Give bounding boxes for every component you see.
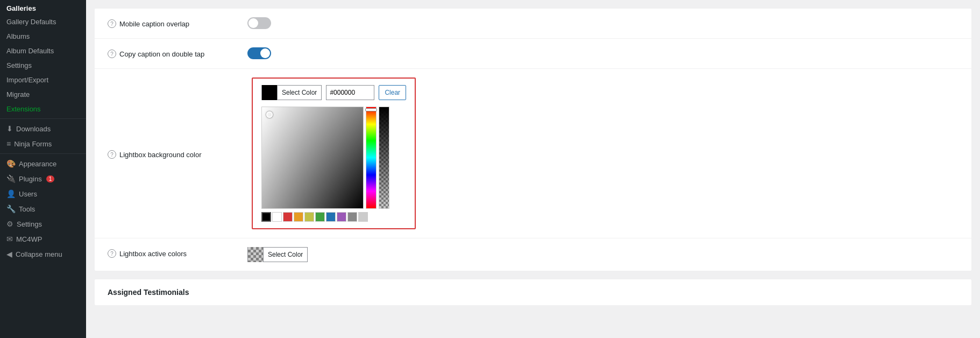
swatch-red[interactable]	[283, 212, 293, 222]
copy-caption-double-tap-label: ? Copy caption on double tap	[108, 47, 247, 58]
settings-panel: ? Mobile caption overlap ? Copy caption …	[95, 9, 971, 271]
mobile-caption-help-icon[interactable]: ?	[108, 19, 116, 28]
sidebar-item-extensions[interactable]: Extensions	[0, 102, 86, 116]
sidebar-item-label: Users	[19, 190, 37, 198]
color-hex-input[interactable]	[326, 85, 374, 100]
sidebar-item-label: Appearance	[19, 160, 56, 168]
color-header: Select Color Clear	[261, 85, 406, 100]
hue-thumb	[365, 108, 377, 111]
tools-icon: 🔧	[6, 205, 16, 213]
swatch-light-gray[interactable]	[358, 212, 368, 222]
sidebar-item-users[interactable]: 👤 Users	[0, 186, 86, 201]
select-color-button-bg[interactable]: Select Color	[261, 85, 322, 100]
appearance-icon: 🎨	[6, 159, 16, 168]
sidebar-item-label: Albums	[6, 32, 30, 40]
swatch-yellow[interactable]	[304, 212, 314, 222]
select-color-button-active[interactable]: Select Color	[247, 247, 308, 262]
mobile-caption-overlap-row: ? Mobile caption overlap	[95, 9, 971, 39]
sidebar-item-label: Collapse menu	[16, 250, 62, 258]
swatch-black[interactable]	[261, 212, 271, 222]
lightbox-bg-color-picker-section: Select Color Clear	[252, 78, 416, 229]
swatch-orange[interactable]	[294, 212, 303, 222]
plugins-icon: 🔌	[6, 174, 16, 183]
lightbox-active-colors-row: ? Lightbox active colors Select Color	[95, 238, 971, 271]
assigned-testimonials-section: Assigned Testimonials	[95, 279, 971, 305]
hue-bar[interactable]	[366, 107, 377, 209]
sidebar-item-tools[interactable]: 🔧 Tools	[0, 201, 86, 216]
sidebar-item-label: Album Defaults	[6, 47, 54, 55]
ninja-forms-icon: ≡	[6, 139, 11, 148]
lightbox-active-colors-label: ? Lightbox active colors	[108, 247, 247, 258]
mobile-caption-overlap-label: ? Mobile caption overlap	[108, 17, 247, 28]
plugins-badge: 1	[46, 175, 55, 182]
sidebar-item-label: Settings	[6, 61, 32, 69]
sidebar-section-title: Galleries	[0, 0, 86, 15]
color-gradient-bg	[262, 107, 363, 208]
sidebar-item-label: Plugins	[19, 175, 42, 183]
sidebar-item-settings[interactable]: Settings	[0, 58, 86, 73]
lightbox-bg-color-label: ? Lightbox background color	[108, 148, 247, 159]
lightbox-active-help-icon[interactable]: ?	[108, 249, 116, 258]
sidebar-item-plugins[interactable]: 🔌 Plugins 1	[0, 171, 86, 186]
sidebar-item-mc4wp[interactable]: ✉ MC4WP	[0, 231, 86, 247]
swatch-white[interactable]	[272, 212, 282, 222]
sidebar-item-label: Extensions	[6, 105, 41, 113]
mc4wp-icon: ✉	[6, 235, 13, 243]
sidebar-item-ninja-forms[interactable]: ≡ Ninja Forms	[0, 136, 86, 151]
color-gradient-canvas[interactable]	[261, 107, 364, 209]
sidebar-item-label: Ninja Forms	[14, 140, 52, 148]
color-swatch-preview	[262, 85, 277, 100]
select-color-active-label: Select Color	[263, 247, 307, 262]
color-swatches-row	[261, 212, 406, 222]
sidebar-item-settings-nav[interactable]: ⚙ Settings	[0, 216, 86, 231]
toggle-knob	[248, 18, 258, 28]
sidebar-divider	[0, 118, 86, 119]
sidebar-item-appearance[interactable]: 🎨 Appearance	[0, 156, 86, 171]
copy-caption-double-tap-toggle[interactable]	[247, 47, 271, 59]
sidebar-item-label: Settings	[17, 220, 42, 228]
clear-button[interactable]: Clear	[379, 85, 406, 100]
lightbox-bg-help-icon[interactable]: ?	[108, 150, 116, 159]
gradient-picker-dot	[266, 111, 273, 118]
copy-caption-double-tap-row: ? Copy caption on double tap	[95, 39, 971, 69]
assigned-testimonials-title: Assigned Testimonials	[108, 288, 958, 297]
users-icon: 👤	[6, 189, 16, 198]
download-icon: ⬇	[6, 124, 13, 133]
sidebar-item-migrate[interactable]: Migrate	[0, 87, 86, 102]
sidebar-item-label: Migrate	[6, 90, 30, 98]
swatch-gray[interactable]	[347, 212, 357, 222]
copy-caption-help-icon[interactable]: ?	[108, 50, 116, 58]
sidebar-item-import-export[interactable]: Import/Export	[0, 73, 86, 87]
sidebar-item-albums[interactable]: Albums	[0, 29, 86, 44]
sidebar-item-label: Gallery Defaults	[6, 18, 56, 26]
sidebar-item-collapse-menu[interactable]: ◀ Collapse menu	[0, 247, 86, 262]
alpha-bar[interactable]	[379, 107, 389, 209]
mobile-caption-overlap-toggle[interactable]	[247, 17, 271, 29]
sidebar-divider-2	[0, 153, 86, 154]
lightbox-background-color-row: ? Lightbox background color Select Color…	[95, 69, 971, 238]
toggle-knob-on	[260, 48, 270, 58]
sidebar-item-label: Tools	[19, 205, 35, 213]
swatch-blue[interactable]	[326, 212, 336, 222]
picker-canvas-row	[261, 107, 406, 209]
select-color-label: Select Color	[277, 85, 321, 100]
settings-icon: ⚙	[6, 220, 13, 228]
color-swatch-transparent-preview	[248, 247, 263, 262]
collapse-icon: ◀	[6, 250, 12, 258]
color-picker-widget	[261, 107, 406, 222]
sidebar-item-gallery-defaults[interactable]: Gallery Defaults	[0, 15, 86, 29]
sidebar-item-label: Import/Export	[6, 76, 48, 84]
sidebar-item-album-defaults[interactable]: Album Defaults	[0, 44, 86, 58]
sidebar-item-label: Downloads	[16, 125, 51, 133]
main-content: ? Mobile caption overlap ? Copy caption …	[86, 0, 980, 338]
sidebar: Galleries Gallery Defaults Albums Album …	[0, 0, 86, 338]
sidebar-item-label: MC4WP	[16, 235, 42, 243]
sidebar-item-downloads[interactable]: ⬇ Downloads	[0, 121, 86, 136]
swatch-green[interactable]	[315, 212, 325, 222]
swatch-purple[interactable]	[337, 212, 346, 222]
